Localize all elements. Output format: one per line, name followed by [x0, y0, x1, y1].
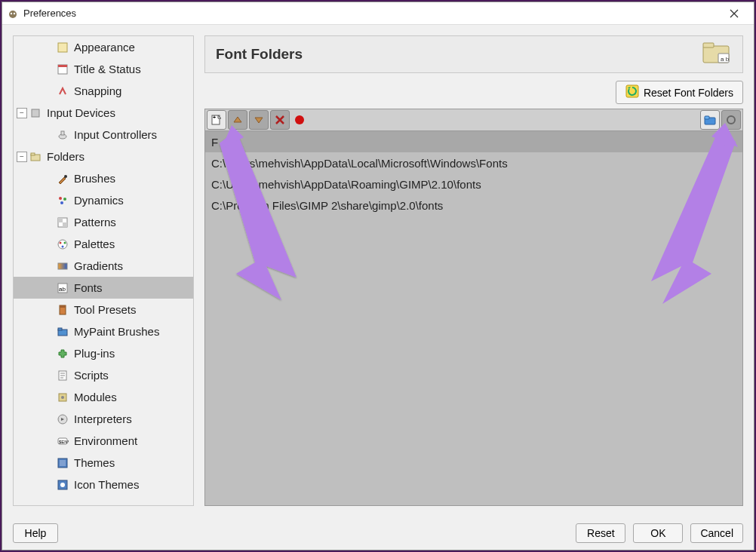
sidebar-item-icon-themes[interactable]: Icon Themes [14, 474, 193, 495]
svg-point-19 [60, 241, 62, 244]
mypaint-icon [56, 325, 69, 339]
ok-button[interactable]: OK [633, 523, 683, 543]
window-title: Preferences [23, 8, 719, 19]
scripts-icon [56, 369, 69, 382]
panel-title: Font Folders [216, 46, 702, 63]
sidebar-tree[interactable]: AppearanceTitle & StatusSnapping−Input D… [13, 35, 194, 506]
iconthemes-icon [56, 478, 69, 492]
sidebar-item-brushes[interactable]: Brushes [14, 167, 193, 189]
brush-icon [56, 172, 69, 186]
svg-point-47 [295, 115, 304, 124]
sidebar-item-fonts[interactable]: abFonts [14, 277, 193, 299]
sidebar-item-dynamics[interactable]: Dynamics [14, 189, 193, 211]
folder-icon [29, 150, 42, 164]
svg-point-2 [14, 12, 15, 14]
env-icon: $ENV [56, 434, 69, 448]
svg-rect-8 [61, 131, 64, 135]
browse-folder-button[interactable] [700, 110, 720, 130]
svg-point-32 [61, 396, 64, 399]
sidebar-item-input-controllers[interactable]: Input Controllers [14, 124, 193, 146]
snap-icon [56, 84, 69, 98]
expand-toggle-icon[interactable]: − [17, 108, 27, 118]
svg-rect-5 [58, 65, 67, 67]
svg-point-12 [59, 197, 62, 200]
patterns-icon [56, 216, 69, 229]
sidebar-item-environment[interactable]: $ENVEnvironment [14, 430, 193, 452]
sidebar-item-label: Gradients [74, 259, 123, 272]
svg-point-14 [60, 201, 63, 204]
sidebar-item-folders[interactable]: −Folders [14, 146, 193, 167]
folder-list-row[interactable]: C:\Program Files\GIMP 2\share\gimp\2.0\f… [205, 195, 742, 216]
svg-point-1 [11, 12, 12, 14]
sidebar-item-plug-ins[interactable]: Plug-ins [14, 342, 193, 364]
sidebar-item-label: Scripts [74, 369, 109, 382]
move-down-button[interactable] [249, 110, 269, 130]
folder-list-row[interactable]: F [205, 131, 742, 152]
svg-text:ab: ab [59, 286, 66, 293]
svg-point-39 [60, 483, 65, 487]
cancel-button[interactable]: Cancel [690, 523, 743, 543]
titlebar: Preferences [2, 2, 754, 25]
folder-list-row[interactable]: C:\Users\mehvish\AppData\Roaming\GIMP\2.… [205, 173, 742, 195]
sidebar-item-label: Appearance [74, 41, 135, 54]
panel-header: Font Folders a b [204, 35, 743, 73]
svg-point-0 [9, 11, 17, 18]
add-folder-button[interactable]: + [207, 110, 226, 130]
expand-toggle-icon[interactable]: − [17, 152, 27, 162]
sidebar-item-tool-presets[interactable]: Tool Presets [14, 299, 193, 320]
folder-list-row[interactable]: C:\Users\mehvish\AppData\Local\Microsoft… [205, 152, 742, 173]
sidebar-item-label: Fonts [74, 281, 103, 294]
plugins-icon [56, 347, 69, 360]
svg-rect-29 [58, 328, 62, 330]
appearance-icon [56, 41, 69, 54]
reset-row: Reset Font Folders [204, 73, 743, 109]
sidebar-item-scripts[interactable]: Scripts [14, 364, 193, 386]
sidebar-item-label: Input Controllers [74, 128, 157, 141]
folder-list[interactable]: FC:\Users\mehvish\AppData\Local\Microsof… [204, 131, 743, 506]
record-indicator-icon [291, 115, 308, 125]
close-button[interactable] [719, 2, 749, 25]
reset-button[interactable]: Reset [576, 523, 625, 543]
sidebar-item-label: Dynamics [74, 194, 124, 207]
svg-text:+: + [213, 115, 216, 120]
reset-font-folders-button[interactable]: Reset Font Folders [616, 81, 743, 104]
modules-icon [56, 391, 69, 404]
svg-rect-37 [60, 460, 66, 466]
sidebar-item-gradients[interactable]: Gradients [14, 255, 193, 277]
folder-path-input[interactable] [314, 111, 694, 129]
sidebar-item-patterns[interactable]: Patterns [14, 211, 193, 233]
svg-point-50 [727, 116, 735, 124]
svg-point-21 [62, 245, 64, 247]
move-up-button[interactable] [228, 110, 247, 130]
sidebar-item-palettes[interactable]: Palettes [14, 233, 193, 255]
sidebar-item-title-status[interactable]: Title & Status [14, 58, 193, 80]
sidebar-item-mypaint-brushes[interactable]: MyPaint Brushes [14, 320, 193, 342]
sidebar-item-label: Themes [74, 456, 115, 469]
svg-text:a b: a b [721, 56, 730, 63]
sidebar-item-snapping[interactable]: Snapping [14, 80, 193, 102]
sidebar-item-label: Plug-ins [74, 347, 115, 360]
sidebar-item-appearance[interactable]: Appearance [14, 36, 193, 58]
reset-icon [625, 84, 639, 100]
help-button[interactable]: Help [13, 523, 58, 543]
font-folder-icon: a b [702, 40, 732, 69]
sidebar-item-interpreters[interactable]: Interpreters [14, 408, 193, 430]
svg-rect-49 [705, 116, 709, 119]
svg-rect-22 [58, 263, 67, 269]
sidebar-item-label: Folders [47, 150, 85, 163]
svg-rect-41 [703, 43, 714, 48]
svg-point-20 [64, 241, 66, 244]
sidebar-item-label: Tool Presets [74, 303, 137, 316]
sidebar-item-input-devices[interactable]: −Input Devices [14, 102, 193, 124]
title-icon [56, 63, 69, 76]
sidebar-item-themes[interactable]: Themes [14, 452, 193, 474]
apply-folder-button[interactable] [721, 110, 741, 130]
svg-rect-17 [63, 222, 67, 227]
gradients-icon [56, 259, 69, 273]
sidebar-item-modules[interactable]: Modules [14, 386, 193, 408]
svg-point-11 [64, 175, 67, 178]
sidebar-item-label: Input Devices [47, 106, 115, 119]
fonts-icon: ab [56, 281, 69, 295]
delete-folder-button[interactable] [270, 110, 290, 130]
sidebar-item-label: Patterns [74, 216, 116, 228]
